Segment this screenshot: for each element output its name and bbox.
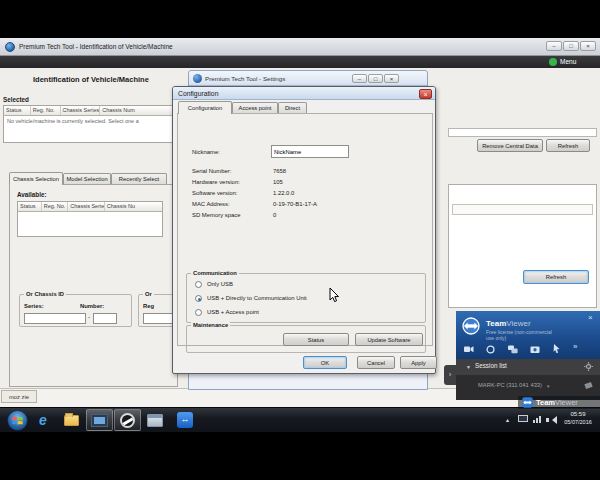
- right-panel: Refresh: [448, 184, 597, 308]
- start-button[interactable]: [7, 410, 28, 431]
- minimize-button[interactable]: –: [546, 41, 562, 51]
- column-header[interactable]: Chassis Series: [61, 106, 101, 115]
- page-title: Identification of Vehicle/Machine: [33, 75, 149, 84]
- field-label: Hardware version:: [192, 179, 240, 185]
- gear-icon[interactable]: [584, 362, 593, 371]
- radio-usb-access-point[interactable]: [195, 309, 202, 316]
- series-input[interactable]: [24, 313, 86, 324]
- teamviewer-collapse-handle[interactable]: ›: [444, 365, 456, 385]
- more-icon[interactable]: »: [573, 342, 577, 351]
- minimize-button[interactable]: –: [352, 74, 367, 83]
- nickname-input[interactable]: [271, 145, 349, 158]
- tray-display-icon[interactable]: [518, 415, 528, 422]
- tray-time: 05:59: [560, 411, 596, 417]
- pointer-icon[interactable]: [552, 344, 562, 354]
- restore-button[interactable]: □: [368, 74, 383, 83]
- cancel-button[interactable]: Cancel: [357, 356, 395, 369]
- taskbar-window-icon[interactable]: [142, 410, 168, 430]
- session-list-row[interactable]: ▼ Session list: [456, 359, 600, 375]
- column-header[interactable]: Chassis Series: [68, 202, 105, 211]
- radio-usb-direct[interactable]: [195, 295, 202, 302]
- column-header[interactable]: Reg. No.: [42, 202, 69, 211]
- audio-icon[interactable]: [486, 345, 495, 354]
- available-label: Available:: [17, 191, 47, 198]
- field-value: 105: [273, 179, 283, 185]
- teamviewer-header: TeamViewer × Free license (non-commercia…: [456, 311, 600, 359]
- main-titlebar: Premium Tech Tool - Identification of Ve…: [0, 38, 600, 56]
- chevron-down-icon: ▼: [546, 384, 550, 389]
- reg-input[interactable]: [143, 313, 173, 324]
- taskbar-techtool-icon[interactable]: [114, 409, 141, 431]
- teamviewer-footer: TeamViewer: [518, 396, 600, 409]
- status-tab[interactable]: moz zie: [1, 390, 37, 403]
- close-button[interactable]: ×: [580, 41, 596, 51]
- column-header[interactable]: Chassis Nu: [105, 202, 162, 211]
- maintenance-group: Maintenance Status Update Software: [186, 325, 426, 353]
- teamviewer-close-icon[interactable]: ×: [588, 314, 593, 322]
- session-entry[interactable]: MARK-PC (311 041 433): [478, 382, 542, 388]
- dialog-tab-configuration[interactable]: Configuration: [178, 101, 232, 114]
- radio-only-usb[interactable]: [195, 281, 202, 288]
- letterbox-bottom: [0, 432, 600, 480]
- dialog-tab-page: Nickname: Serial Number: 7658 Hardware v…: [177, 113, 433, 346]
- taskbar-app-icon[interactable]: [86, 409, 113, 431]
- ok-button[interactable]: OK: [303, 356, 347, 369]
- right-panel-header-row: [452, 204, 593, 215]
- column-header[interactable]: Reg. No.: [31, 106, 61, 115]
- series-label: Series:: [24, 303, 44, 309]
- chassis-id-group: Or Chassis ID Series: Number: -: [19, 294, 132, 327]
- right-field-strip: [448, 128, 597, 137]
- column-header[interactable]: Status: [18, 202, 42, 211]
- dialog-close-icon[interactable]: ×: [419, 89, 432, 99]
- tray-date: 05/07/2016: [560, 419, 596, 425]
- radio-label[interactable]: Only USB: [207, 281, 233, 287]
- license-text: use only): [486, 336, 552, 342]
- remove-central-data-button[interactable]: Remove Central Data: [477, 139, 543, 152]
- screenshot-icon[interactable]: [530, 345, 540, 354]
- tray-clock[interactable]: 05:59 05/07/2016: [560, 411, 596, 425]
- eraser-icon[interactable]: [584, 382, 592, 389]
- apply-button[interactable]: Apply: [400, 356, 437, 369]
- mouse-cursor: [329, 287, 341, 304]
- available-table-header: Status Reg. No. Chassis Series Chassis N…: [18, 202, 162, 212]
- video-icon[interactable]: [464, 345, 474, 354]
- teamviewer-brand: Team: [486, 319, 506, 328]
- available-table[interactable]: Status Reg. No. Chassis Series Chassis N…: [17, 201, 163, 237]
- update-software-button[interactable]: Update Software: [355, 333, 423, 346]
- taskbar-ie-icon[interactable]: e: [30, 410, 56, 430]
- window-title: Premium Tech Tool - Identification of Ve…: [19, 38, 173, 56]
- refresh-button-top[interactable]: Refresh: [546, 139, 590, 152]
- taskbar-teamviewer-icon[interactable]: ↔: [172, 410, 198, 430]
- dialog-title: Configuration: [173, 90, 218, 97]
- communication-group-title: Communication: [191, 270, 239, 277]
- status-button[interactable]: Status: [283, 333, 349, 346]
- field-label: Software version:: [192, 190, 238, 196]
- radio-label[interactable]: USB + Directly to Communication Unit: [207, 295, 307, 301]
- number-input[interactable]: [93, 313, 117, 324]
- teamviewer-logo-icon: [462, 317, 480, 335]
- registration-group-title: Or: [143, 291, 154, 298]
- maintenance-group-title: Maintenance: [191, 322, 230, 329]
- taskbar-explorer-icon[interactable]: [58, 410, 84, 430]
- chat-icon[interactable]: [508, 345, 518, 354]
- session-list-label: Session list: [475, 362, 507, 369]
- chevron-down-icon: ▼: [466, 364, 471, 370]
- teamviewer-footer-brand: Team: [536, 398, 555, 407]
- app-logo-icon: [5, 42, 15, 52]
- tray-expand-icon[interactable]: ▴: [506, 417, 509, 423]
- app-logo-icon: [193, 74, 202, 83]
- restore-button[interactable]: □: [563, 41, 579, 51]
- field-value: 0: [273, 212, 276, 218]
- column-header[interactable]: Status: [4, 106, 31, 115]
- reg-label: Reg: [143, 303, 154, 309]
- radio-label[interactable]: USB + Access point: [207, 309, 259, 315]
- field-label: SD Memory space: [192, 212, 240, 218]
- menu-button[interactable]: Menu: [560, 56, 576, 68]
- tab-chassis-selection[interactable]: Chassis Selection: [9, 172, 63, 185]
- close-button[interactable]: ×: [384, 74, 399, 83]
- field-value: 7658: [273, 168, 286, 174]
- taskbar: e ↔ ▴: [0, 407, 600, 432]
- field-label: Serial Number:: [192, 168, 231, 174]
- field-value: 1.22.0.0: [273, 190, 294, 196]
- refresh-button-panel[interactable]: Refresh: [523, 270, 589, 284]
